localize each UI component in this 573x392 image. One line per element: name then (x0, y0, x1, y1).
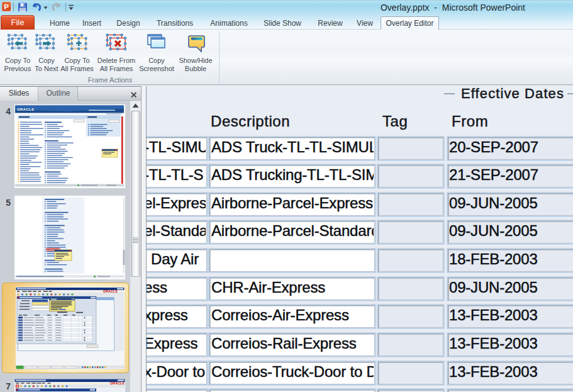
svg-text:ORACLE: ORACLE (17, 108, 35, 111)
svg-text:P: P (4, 3, 9, 11)
svg-text:ORACLE: ORACLE (110, 381, 125, 385)
